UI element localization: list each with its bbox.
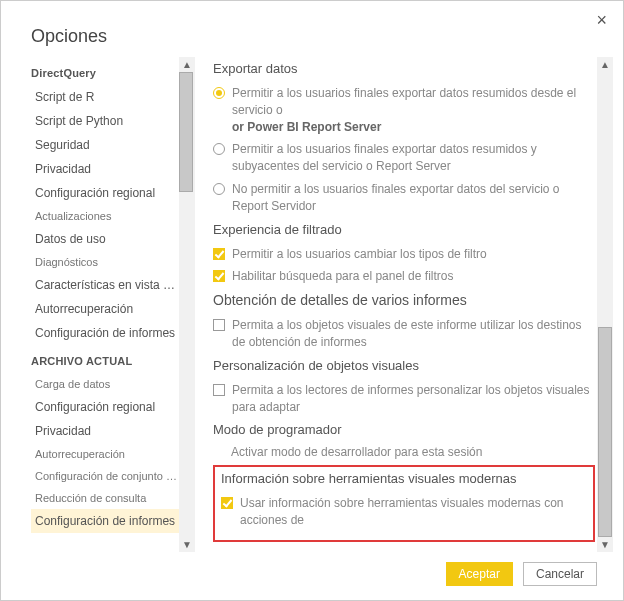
ok-button[interactable]: Aceptar <box>446 562 513 586</box>
sidebar-item-published-dataset[interactable]: Configuración de conjunto de datos publi… <box>31 465 179 487</box>
sidebar-item-security[interactable]: Seguridad <box>31 133 179 157</box>
sidebar-item-r-script[interactable]: Script de R <box>31 85 179 109</box>
dialog-title: Opciones <box>1 1 623 57</box>
filter-check-search-label: Habilitar búsqueda para el panel de filt… <box>232 268 595 285</box>
content-container: Exportar datos Permitir a los usuarios f… <box>201 57 613 552</box>
sidebar-item-usage-data[interactable]: Datos de uso <box>31 227 179 251</box>
chevron-up-icon[interactable]: ▲ <box>600 57 610 72</box>
options-dialog: × Opciones DirectQuery Script de R Scrip… <box>0 0 624 601</box>
cancel-button[interactable]: Cancelar <box>523 562 597 586</box>
sidebar-item-autorecovery[interactable]: Autorrecuperación <box>31 297 179 321</box>
sidebar-item-query-reduction[interactable]: Reducción de consulta <box>31 487 179 509</box>
chevron-down-icon[interactable]: ▼ <box>182 537 192 552</box>
content-panel: Exportar datos Permitir a los usuarios f… <box>201 57 613 552</box>
sidebar-item-autorecovery-file[interactable]: Autorrecuperación <box>31 443 179 465</box>
export-option-3-label: No permitir a los usuarios finales expor… <box>232 181 595 215</box>
checkbox-icon[interactable] <box>213 319 225 331</box>
sidebar-item-report-settings-file[interactable]: Configuración de informes <box>31 509 179 533</box>
export-option-3[interactable]: No permitir a los usuarios finales expor… <box>213 178 595 218</box>
checkbox-icon[interactable] <box>221 497 233 509</box>
section-filter-title: Experiencia de filtrado <box>213 218 595 243</box>
sidebar-item-python-script[interactable]: Script de Python <box>31 109 179 133</box>
personalize-check[interactable]: Permita a los lectores de informes perso… <box>213 379 595 419</box>
section-devmode-title: Modo de programador <box>213 418 595 443</box>
content-scroll-track[interactable] <box>597 72 613 537</box>
chevron-down-icon[interactable]: ▼ <box>600 537 610 552</box>
radio-icon[interactable] <box>213 183 225 195</box>
sidebar-container: DirectQuery Script de R Script de Python… <box>31 57 195 552</box>
export-option-1[interactable]: Permitir a los usuarios finales exportar… <box>213 82 595 138</box>
sidebar-item-data-load[interactable]: Carga de datos <box>31 373 179 395</box>
radio-icon[interactable] <box>213 143 225 155</box>
filter-check-types-label: Permitir a los usuarios cambiar los tipo… <box>232 246 595 263</box>
section-modern-tooltips-title: Información sobre herramientas visuales … <box>221 471 587 492</box>
content-scroll-thumb[interactable] <box>598 327 612 537</box>
sidebar-item-regional[interactable]: Configuración regional <box>31 181 179 205</box>
modern-tooltips-check[interactable]: Usar información sobre herramientas visu… <box>221 492 587 532</box>
dialog-footer: Aceptar Cancelar <box>1 552 623 600</box>
modern-tooltips-highlight: Información sobre herramientas visuales … <box>213 465 595 542</box>
export-option-2-label: Permitir a los usuarios finales exportar… <box>232 141 595 175</box>
export-option-1-bold: or Power BI Report Server <box>232 120 381 134</box>
sidebar-group-file: ARCHIVO ACTUAL <box>31 345 179 373</box>
dialog-body: DirectQuery Script de R Script de Python… <box>1 57 623 552</box>
radio-icon[interactable] <box>213 87 225 99</box>
checkbox-icon[interactable] <box>213 248 225 260</box>
export-option-2[interactable]: Permitir a los usuarios finales exportar… <box>213 138 595 178</box>
sidebar-scrollbar[interactable]: ▲ ▼ <box>179 57 195 552</box>
crossreport-check[interactable]: Permita a los objetos visuales de este i… <box>213 314 595 354</box>
sidebar-item-preview-features[interactable]: Características en vista previa <box>31 273 179 297</box>
close-button[interactable]: × <box>590 7 613 33</box>
modern-tooltips-check-label: Usar información sobre herramientas visu… <box>240 495 587 529</box>
section-crossreport-title: Obtención de detalles de varios informes <box>213 288 595 314</box>
personalize-check-label: Permita a los lectores de informes perso… <box>232 382 595 416</box>
sidebar-item-regional-file[interactable]: Configuración regional <box>31 395 179 419</box>
chevron-up-icon[interactable]: ▲ <box>182 57 192 72</box>
sidebar-scroll-thumb[interactable] <box>179 72 193 192</box>
sidebar: DirectQuery Script de R Script de Python… <box>31 57 179 552</box>
filter-check-types[interactable]: Permitir a los usuarios cambiar los tipo… <box>213 243 595 266</box>
sidebar-item-privacy-file[interactable]: Privacidad <box>31 419 179 443</box>
sidebar-item-privacy[interactable]: Privacidad <box>31 157 179 181</box>
sidebar-group-global: DirectQuery <box>31 57 179 85</box>
sidebar-item-report-settings-global[interactable]: Configuración de informes <box>31 321 179 345</box>
filter-check-search[interactable]: Habilitar búsqueda para el panel de filt… <box>213 265 595 288</box>
content-scrollbar[interactable]: ▲ ▼ <box>597 57 613 552</box>
checkbox-icon[interactable] <box>213 270 225 282</box>
sidebar-item-updates[interactable]: Actualizaciones <box>31 205 179 227</box>
section-personalize-title: Personalización de objetos visuales <box>213 354 595 379</box>
export-option-1-label: Permitir a los usuarios finales exportar… <box>232 85 595 135</box>
devmode-activate-label: Activar modo de desarrollador para esta … <box>213 443 595 463</box>
export-option-1-pre: Permitir a los usuarios finales exportar… <box>232 86 576 117</box>
section-export-title: Exportar datos <box>213 57 595 82</box>
checkbox-icon[interactable] <box>213 384 225 396</box>
crossreport-check-label: Permita a los objetos visuales de este i… <box>232 317 595 351</box>
sidebar-item-diagnostics[interactable]: Diagnósticos <box>31 251 179 273</box>
